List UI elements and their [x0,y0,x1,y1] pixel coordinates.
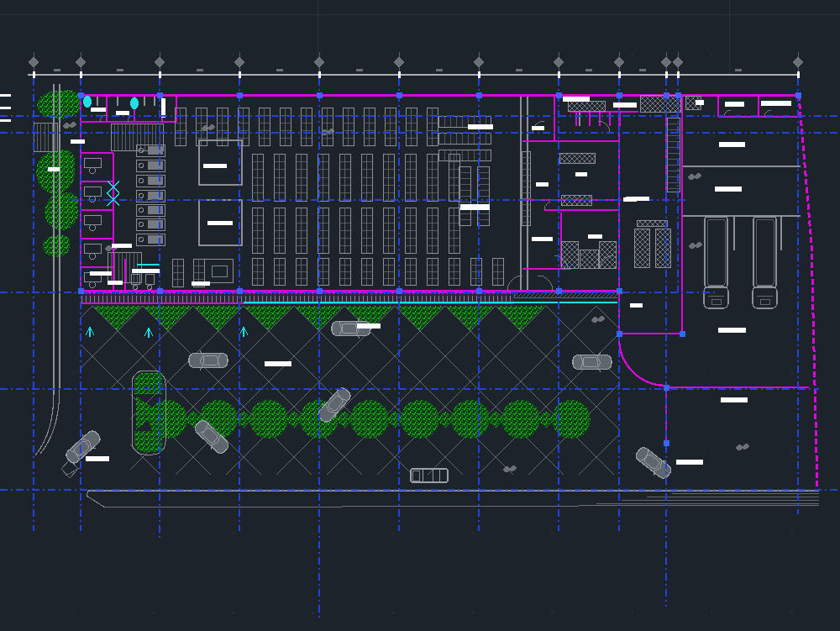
label-bar [532,237,553,241]
landscaping-layer [36,90,749,472]
cad-viewport[interactable] [0,0,840,631]
label-bar [112,244,132,248]
label-bar [116,111,129,115]
label-bar [588,234,602,239]
label-bar [719,142,745,147]
label-bar [460,204,490,210]
dimension-layer [28,52,803,78]
label-bar [48,167,60,171]
label-bar [715,187,742,192]
label-bar [563,97,590,102]
label-bar [132,269,160,273]
label-bar [536,182,549,187]
label-bar [468,124,493,129]
label-bar [71,139,85,144]
label-bar [626,197,649,201]
label-bar [575,172,587,176]
label-bar [761,101,791,106]
floor-plan-drawing [0,0,840,631]
label-bar [91,108,106,112]
label-bar [207,221,233,225]
label-bar [532,126,544,130]
label-bar [203,164,227,168]
label-bar [718,328,746,333]
label-bar [676,460,703,465]
label-bar [108,281,123,285]
label-bar [721,397,748,402]
label-bar [725,102,744,107]
label-bar [630,303,643,308]
label-bar [192,281,210,286]
label-bar [90,271,112,276]
label-bar [696,100,704,105]
label-bar [357,323,381,329]
label-bar [613,103,637,108]
model-space-grid [0,0,840,75]
label-bar [86,456,109,461]
label-bar [265,361,291,366]
